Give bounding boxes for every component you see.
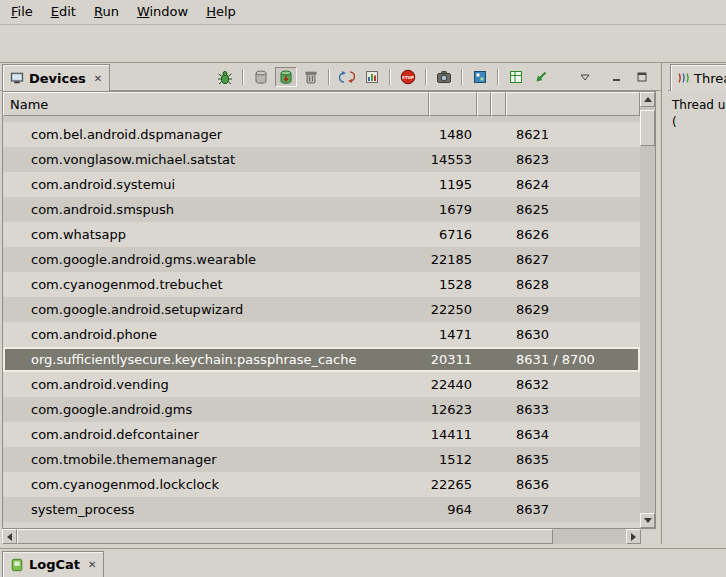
table-row[interactable]: com.whatsapp67168626 [3, 222, 640, 247]
table-row[interactable]: com.android.smspush16798625 [3, 197, 640, 222]
capture-ui-hierarchy-icon[interactable] [505, 67, 527, 87]
process-port: 8637 [506, 497, 640, 522]
process-cell-empty [477, 347, 491, 372]
process-port: 8629 [506, 297, 640, 322]
scroll-right-button[interactable] [626, 529, 641, 544]
arrow-down-icon [644, 518, 652, 523]
svg-text:STOP: STOP [402, 75, 414, 80]
devices-tab-icon [10, 71, 24, 85]
horizontal-scrollbar[interactable] [2, 529, 641, 544]
process-pid: 1512 [429, 447, 477, 472]
update-heap-icon[interactable] [250, 67, 272, 87]
tab-logcat[interactable]: LogCat ✕ [2, 551, 104, 577]
column-header-name[interactable]: Name [3, 92, 429, 116]
close-icon[interactable]: ✕ [94, 73, 102, 84]
close-icon[interactable]: ✕ [88, 559, 96, 570]
process-name: com.android.phone [3, 322, 429, 347]
vertical-scrollbar[interactable] [640, 92, 655, 528]
tab-devices[interactable]: Devices ✕ [2, 64, 110, 91]
devices-tabbar: Devices ✕ STOP [0, 63, 661, 91]
process-pid: 22250 [429, 297, 477, 322]
dump-hprof-icon[interactable] [275, 67, 297, 87]
table-row[interactable]: com.vonglasow.michael.satstat145538623 [3, 147, 640, 172]
process-table: Name com.bel.android.dspmanager14808621c… [2, 91, 656, 529]
process-name: com.android.vending [3, 372, 429, 397]
menu-item-help[interactable]: Help [197, 0, 245, 24]
column-header-4[interactable] [491, 92, 506, 116]
table-row[interactable]: com.android.vending224408632 [3, 372, 640, 397]
toolbar-separator [425, 69, 427, 85]
cause-gc-icon[interactable] [300, 67, 322, 87]
method-profiling-icon[interactable] [361, 67, 383, 87]
toolbar-gap [555, 77, 571, 78]
table-row[interactable]: com.google.android.gms126238633 [3, 397, 640, 422]
view-menu-icon[interactable] [574, 67, 596, 87]
process-cell-empty [477, 172, 491, 197]
scroll-up-button[interactable] [640, 92, 655, 107]
scroll-down-button[interactable] [640, 513, 655, 528]
process-cell-empty [491, 472, 506, 497]
table-row[interactable]: com.google.android.gms.wearable221858627 [3, 247, 640, 272]
process-name: com.vonglasow.michael.satstat [3, 147, 429, 172]
minimize-icon[interactable] [606, 67, 628, 87]
column-header-pid[interactable] [429, 92, 477, 116]
process-cell-empty [491, 247, 506, 272]
horizontal-scroll-track[interactable] [17, 529, 626, 544]
menu-item-file[interactable]: File [2, 0, 42, 24]
process-port: 8626 [506, 222, 640, 247]
stop-process-icon[interactable]: STOP [397, 67, 419, 87]
table-row[interactable]: com.google.android.setupwizard222508629 [3, 297, 640, 322]
column-header-port[interactable] [506, 92, 640, 116]
process-cell-empty [491, 497, 506, 522]
menu-item-run[interactable]: Run [85, 0, 128, 24]
process-cell-empty [477, 372, 491, 397]
process-port: 8632 [506, 372, 640, 397]
process-name: com.tmobile.thememanager [3, 447, 429, 472]
table-row[interactable]: com.cyanogenmod.trebuchet15288628 [3, 272, 640, 297]
process-cell-empty [477, 497, 491, 522]
table-row[interactable]: com.android.phone14718630 [3, 322, 640, 347]
process-cell-empty [491, 172, 506, 197]
table-row[interactable]: com.cyanogenmod.lockclock222658636 [3, 472, 640, 497]
column-header-3[interactable] [477, 92, 491, 116]
process-cell-empty [477, 397, 491, 422]
process-cell-empty [477, 147, 491, 172]
process-port: 8628 [506, 272, 640, 297]
dump-view-hierarchy-icon[interactable] [469, 67, 491, 87]
table-row[interactable]: system_process9648637 [3, 497, 640, 522]
screen-capture-icon[interactable] [433, 67, 455, 87]
horizontal-scroll-thumb[interactable] [17, 529, 553, 544]
tab-logcat-label: LogCat [29, 557, 80, 572]
process-port: 8636 [506, 472, 640, 497]
table-row[interactable]: org.sufficientlysecure.keychain:passphra… [3, 347, 640, 372]
process-name: com.bel.android.dspmanager [3, 122, 429, 147]
threads-tabbar: Threads [668, 63, 726, 91]
table-row[interactable]: com.bel.android.dspmanager14808621 [3, 122, 640, 147]
vertical-scroll-thumb[interactable] [640, 110, 655, 146]
process-cell-empty [491, 197, 506, 222]
debug-process-icon[interactable] [214, 67, 236, 87]
process-cell-empty [477, 222, 491, 247]
table-row[interactable]: com.android.defcontainer144118634 [3, 422, 640, 447]
maximize-icon[interactable] [631, 67, 653, 87]
scroll-left-button[interactable] [2, 529, 17, 544]
table-row[interactable]: com.tmobile.thememanager15128635 [3, 447, 640, 472]
logcat-tab-icon [10, 558, 24, 572]
system-info-icon[interactable] [530, 67, 552, 87]
process-cell-empty [491, 222, 506, 247]
process-name: com.android.systemui [3, 172, 429, 197]
process-cell-empty [491, 397, 506, 422]
devices-toolbar: STOP [214, 67, 653, 87]
process-pid: 20311 [429, 347, 477, 372]
process-pid: 1528 [429, 272, 477, 297]
table-row[interactable]: com.android.systemui11958624 [3, 172, 640, 197]
process-port: 8623 [506, 147, 640, 172]
update-threads-icon[interactable] [336, 67, 358, 87]
vertical-scroll-track[interactable] [640, 107, 655, 513]
process-name: com.android.smspush [3, 197, 429, 222]
menu-item-edit[interactable]: Edit [42, 0, 85, 24]
process-cell-empty [477, 322, 491, 347]
menu-item-window[interactable]: Window [128, 0, 197, 24]
tab-threads[interactable]: Threads [670, 64, 726, 91]
arrow-left-icon [7, 533, 12, 541]
